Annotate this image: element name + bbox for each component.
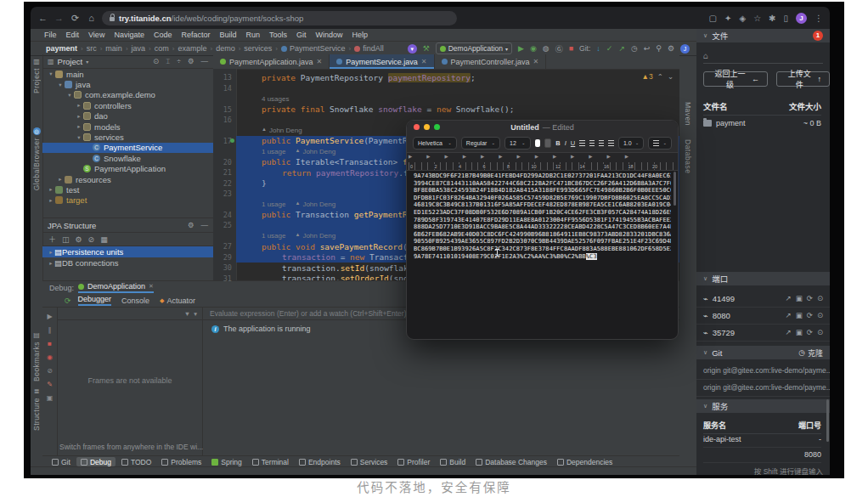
jpa-item-db-connections[interactable]: ▸▤ DB connections — [42, 257, 213, 268]
stop-icon[interactable]: ■ — [569, 44, 573, 53]
history-icon[interactable]: ◷ — [631, 44, 638, 53]
debug-session-tab[interactable]: DemoApplication ✕ — [78, 282, 154, 293]
tab-paymentapplication-java[interactable]: PaymentApplication.java✕ — [213, 54, 330, 69]
font-style-select[interactable]: Regular⌄ — [461, 137, 500, 150]
italic-button[interactable]: I — [565, 139, 566, 147]
stop-icon[interactable]: ⊙ — [817, 328, 823, 336]
maximize-icon[interactable] — [434, 124, 440, 130]
tab-stop-icon[interactable]: ▶ — [463, 154, 466, 161]
textedit-ruler[interactable]: ▶▶▶▶▶▶▶▶▶▶▶▶▶ 02468101214161820 — [407, 153, 678, 171]
breadcrumb-item-main[interactable]: main — [105, 44, 122, 53]
list-style-select[interactable]: ⌄ — [648, 137, 672, 150]
toolwindow-database-changes[interactable]: Database Changes — [471, 457, 551, 466]
textedit-document[interactable]: 9A743BDC9F6F21B7B49B0E41FEBD4FD299A2DB2C… — [407, 170, 678, 339]
panel-settings-icon[interactable]: ⚙ — [188, 221, 194, 229]
font-size-select[interactable]: 12⌄ — [504, 137, 531, 150]
tree-item-snowflake[interactable]: CSnowflake — [42, 153, 213, 163]
git-remote-row[interactable]: origin git@gitee.com:live-demo/payme... — [696, 362, 830, 380]
hide-panel-icon[interactable]: — — [201, 221, 209, 229]
menu-item-code[interactable]: Code — [154, 31, 172, 39]
menu-item-help[interactable]: Help — [352, 31, 369, 39]
close-icon[interactable] — [414, 124, 420, 130]
breadcrumb-item-example[interactable]: example — [178, 44, 206, 53]
menu-item-edit[interactable]: Edit — [66, 31, 80, 39]
copy-icon[interactable]: ▣ — [796, 311, 803, 319]
inspection-widget[interactable]: ▲3 ⌃ ⌄ — [642, 72, 674, 81]
toolwindow-dependencies[interactable]: Dependencies — [553, 457, 617, 466]
tab-stop-icon[interactable]: ▶ — [607, 154, 611, 161]
copy-icon[interactable]: ▣ — [796, 328, 803, 336]
file-row[interactable]: payment ~ 0 B — [703, 119, 821, 127]
profiler-icon[interactable]: Ⓖ — [555, 43, 563, 54]
textedit-title-bar[interactable]: Untitled— Edited — [407, 121, 678, 133]
files-section-header[interactable]: ∨ 文件 1 — [696, 29, 830, 42]
close-icon[interactable]: ✕ — [317, 58, 323, 65]
console-icon[interactable]: ▦ — [100, 235, 108, 244]
author-hint[interactable]: ▲John Deng — [295, 200, 335, 208]
tree-item-services[interactable]: ▾services — [42, 132, 213, 142]
copy-icon[interactable]: ▣ — [796, 294, 803, 302]
services-section-header[interactable]: ∨ 服务 — [696, 399, 830, 413]
bold-button[interactable]: B — [555, 139, 560, 147]
sidebar-item-project[interactable]: ▥ Project — [31, 58, 42, 93]
tree-item-models[interactable]: ▸models — [42, 121, 213, 132]
breadcrumb-item-demo[interactable]: demo — [216, 44, 235, 53]
open-external-icon[interactable]: ↗ — [786, 294, 792, 302]
run-config-select[interactable]: DemoApplication▾ — [436, 42, 512, 54]
run-icon[interactable]: ▶ — [518, 44, 524, 53]
toolwindow-git[interactable]: Git — [48, 457, 75, 466]
usage-hint[interactable]: 4 usages — [262, 95, 289, 103]
add-icon[interactable]: ＋ — [48, 234, 56, 245]
panel-settings-icon[interactable]: ⚙ — [188, 57, 194, 65]
menu-item-run[interactable]: Run — [245, 31, 260, 39]
service-row[interactable]: ide-api-test- — [703, 435, 821, 448]
highlight-color-well[interactable] — [544, 138, 551, 148]
collapse-icon[interactable]: ÷ — [177, 57, 181, 65]
usage-hint[interactable]: 1 usage — [262, 200, 285, 208]
port-row-41499[interactable]: ⌁41499↗▣⟳⊙ — [696, 290, 830, 308]
port-row-8080[interactable]: ⌁8080↗▣⟳⊙ — [696, 307, 830, 325]
tab-stop-icon[interactable]: ▶ — [625, 154, 628, 161]
search-icon[interactable]: ⚲ — [656, 44, 662, 53]
coverage-icon[interactable]: ◍ — [543, 44, 550, 53]
tab-stop-icon[interactable]: ▶ — [589, 154, 592, 161]
git-section-header[interactable]: ∨ Git ◷克隆 — [696, 346, 830, 359]
edit-icon[interactable]: ✎ — [47, 381, 53, 388]
ports-section-header[interactable]: ∨ 端口 — [696, 272, 830, 285]
toolwindow-profiler[interactable]: Profiler — [393, 457, 434, 466]
tree-item-test[interactable]: ▸test — [42, 184, 213, 195]
upload-file-button[interactable]: 上传文件↑ — [776, 71, 830, 87]
breadcrumb-item-src[interactable]: src — [87, 44, 97, 53]
settings-gear-icon[interactable]: ⚙ — [668, 44, 674, 53]
line-spacing-select[interactable]: 1.0⌄ — [618, 137, 645, 150]
git-push-icon[interactable]: ↗ — [618, 44, 625, 53]
usage-hint[interactable]: 1 usage — [262, 232, 285, 240]
menu-item-file[interactable]: File — [44, 31, 57, 39]
resume-icon[interactable]: ▶ — [47, 313, 52, 320]
usage-hint[interactable]: 1 usage — [262, 148, 285, 155]
tab-console[interactable]: Console — [121, 295, 149, 306]
toolwindow-terminal[interactable]: Terminal — [248, 457, 293, 466]
user-avatar[interactable]: J — [680, 44, 690, 54]
breadcrumb-item-payment[interactable]: payment — [46, 44, 77, 53]
next-issue-icon[interactable]: ⌄ — [668, 72, 674, 81]
tab-stop-icon[interactable]: ▶ — [553, 154, 556, 161]
tab-stop-icon[interactable]: ▶ — [481, 154, 484, 161]
camera-icon[interactable]: ▣ — [47, 394, 54, 402]
git-update-icon[interactable]: ↓ — [596, 44, 600, 53]
close-icon[interactable]: ✕ — [533, 58, 539, 65]
toolwindow-endpoints[interactable]: Endpoints — [295, 457, 345, 466]
scrollbar-thumb[interactable] — [826, 399, 829, 442]
browser-menu-icon[interactable]: ⋮ — [814, 14, 823, 23]
scrollbar-thumb[interactable] — [674, 172, 676, 206]
menu-item-refactor[interactable]: Refactor — [181, 31, 210, 39]
tab-stop-icon[interactable]: ▶ — [444, 154, 448, 161]
menu-item-navigate[interactable]: Navigate — [114, 31, 144, 39]
sidebar-item-maven[interactable]: Maven — [679, 102, 696, 126]
refresh-icon[interactable]: ⟳ — [807, 328, 813, 336]
toolwindow-debug[interactable]: Debug — [76, 457, 116, 466]
tab-icon[interactable]: ▢ — [709, 14, 717, 23]
breadcrumb-item-com[interactable]: com — [155, 44, 169, 53]
prev-issue-icon[interactable]: ⌃ — [657, 72, 663, 81]
build-icon[interactable]: ⚒ — [423, 44, 430, 53]
